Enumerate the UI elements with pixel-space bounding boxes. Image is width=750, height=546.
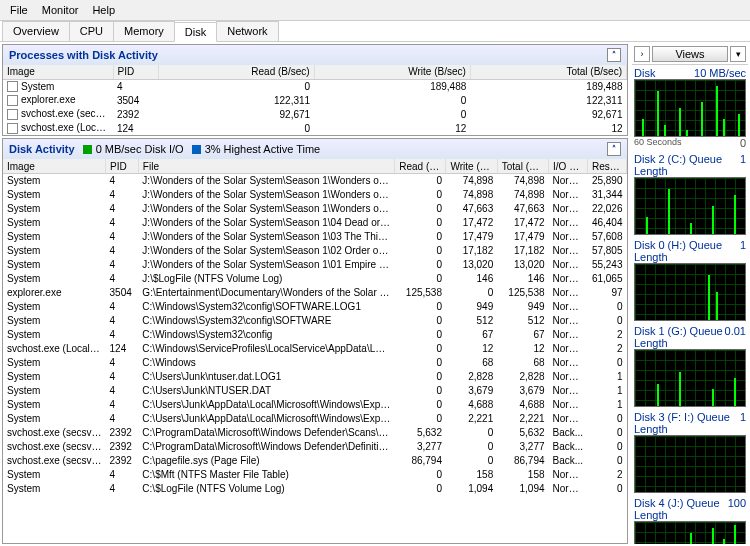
mini-graph: Disk 4 (J:) Queue Length100 <box>634 497 746 544</box>
green-indicator-icon <box>83 145 92 154</box>
mini-value: 0.01 <box>725 325 746 349</box>
table-row[interactable]: System4C:\Users\Junk\AppData\Local\Micro… <box>3 411 627 425</box>
mini-graph: Disk 0 (H:) Queue Length1 <box>634 239 746 321</box>
col-write[interactable]: Write (B/sec) <box>446 159 497 173</box>
table-row[interactable]: System4J:\$LogFile (NTFS Volume Log)0146… <box>3 271 627 285</box>
table-row[interactable]: System40189,488189,488 <box>3 79 627 93</box>
table-row[interactable]: explorer.exe3504G:\Entertainment\Documen… <box>3 285 627 299</box>
tabbar: Overview CPU Memory Disk Network <box>0 21 750 42</box>
col-read[interactable]: Read (B/sec) <box>158 65 314 79</box>
mini-title: Disk 3 (F: I:) Queue Length <box>634 411 740 435</box>
col-total[interactable]: Total (B/sec) <box>497 159 548 173</box>
col-total[interactable]: Total (B/sec) <box>470 65 626 79</box>
col-file[interactable]: File <box>138 159 394 173</box>
disk-activity-panel: Disk Activity 0 MB/sec Disk I/O 3% Highe… <box>2 138 628 544</box>
mini-value: 1 <box>740 153 746 177</box>
table-row[interactable]: System4J:\Wonders of the Solar System\Se… <box>3 257 627 271</box>
mini-title: Disk 4 (J:) Queue Length <box>634 497 728 521</box>
main-area: Processes with Disk Activity ˄ Image PID… <box>0 42 750 546</box>
processes-panel-title: Processes with Disk Activity <box>9 49 158 61</box>
table-row[interactable]: System4J:\Wonders of the Solar System\Se… <box>3 173 627 187</box>
right-sidebar: › Views ▾ Disk10 MB/sec 60 Seconds0Disk … <box>632 44 748 544</box>
mini-chart <box>634 177 746 235</box>
col-pid[interactable]: PID <box>106 159 139 173</box>
processes-panel: Processes with Disk Activity ˄ Image PID… <box>2 44 628 136</box>
checkbox[interactable] <box>7 81 18 92</box>
mini-value: 1 <box>740 239 746 263</box>
col-resp[interactable]: Resp... <box>587 159 626 173</box>
processes-panel-header[interactable]: Processes with Disk Activity ˄ <box>3 45 627 65</box>
mini-foot: 60 Seconds0 <box>634 137 746 149</box>
mini-title: Disk 0 (H:) Queue Length <box>634 239 740 263</box>
views-button[interactable]: Views <box>652 46 728 62</box>
table-row[interactable]: System4C:\Windows\System32\config06767No… <box>3 327 627 341</box>
right-toolbar: › Views ▾ <box>632 44 748 65</box>
checkbox[interactable] <box>7 109 18 120</box>
disk-activity-title: Disk Activity <box>9 143 75 155</box>
left-column: Processes with Disk Activity ˄ Image PID… <box>2 44 628 544</box>
mini-value: 10 MB/sec <box>694 67 746 79</box>
mini-value: 100 <box>728 497 746 521</box>
mini-value: 1 <box>740 411 746 435</box>
blue-indicator-icon <box>192 145 201 154</box>
table-row[interactable]: svchost.exe (LocalServiceNet...12401212 <box>3 121 627 135</box>
table-row[interactable]: System4C:\Windows\System32\config\SOFTWA… <box>3 299 627 313</box>
mini-chart <box>634 263 746 321</box>
table-row[interactable]: System4C:\Users\Junk\AppData\Local\Micro… <box>3 397 627 411</box>
tab-disk[interactable]: Disk <box>174 22 217 42</box>
menu-file[interactable]: File <box>4 2 34 18</box>
mini-title: Disk 1 (G:) Queue Length <box>634 325 725 349</box>
mini-chart <box>634 349 746 407</box>
tab-overview[interactable]: Overview <box>2 21 70 41</box>
table-row[interactable]: System4J:\Wonders of the Solar System\Se… <box>3 201 627 215</box>
mini-chart <box>634 79 746 137</box>
table-row[interactable]: System4C:\$LogFile (NTFS Volume Log)01,0… <box>3 481 627 495</box>
table-row[interactable]: svchost.exe (secsvcs)239292,671092,671 <box>3 107 627 121</box>
mini-chart <box>634 521 746 544</box>
col-pid[interactable]: PID <box>113 65 158 79</box>
table-row[interactable]: svchost.exe (secsvcs)2392C:\pagefile.sys… <box>3 453 627 467</box>
processes-grid[interactable]: Image PID Read (B/sec) Write (B/sec) Tot… <box>3 65 627 135</box>
col-image[interactable]: Image <box>3 65 113 79</box>
collapse-icon[interactable]: ˄ <box>607 142 621 156</box>
table-row[interactable]: System4J:\Wonders of the Solar System\Se… <box>3 229 627 243</box>
menu-monitor[interactable]: Monitor <box>36 2 85 18</box>
tab-cpu[interactable]: CPU <box>69 21 114 41</box>
disk-activity-header[interactable]: Disk Activity 0 MB/sec Disk I/O 3% Highe… <box>3 139 627 159</box>
mini-graph: Disk 2 (C:) Queue Length1 <box>634 153 746 235</box>
table-row[interactable]: System4J:\Wonders of the Solar System\Se… <box>3 215 627 229</box>
table-row[interactable]: System4C:\Users\Junk\NTUSER.DAT03,6793,6… <box>3 383 627 397</box>
active-time-status: 3% Highest Active Time <box>192 143 321 155</box>
collapse-icon[interactable]: ˄ <box>607 48 621 62</box>
mini-chart <box>634 435 746 493</box>
tab-memory[interactable]: Memory <box>113 21 175 41</box>
mini-title: Disk <box>634 67 655 79</box>
col-read[interactable]: Read (B/sec) <box>395 159 446 173</box>
table-row[interactable]: explorer.exe3504122,3110122,311 <box>3 93 627 107</box>
disk-activity-grid[interactable]: Image PID File Read (B/sec) Write (B/sec… <box>3 159 627 543</box>
table-row[interactable]: svchost.exe (LocalServiceNet...124C:\Win… <box>3 341 627 355</box>
mini-title: Disk 2 (C:) Queue Length <box>634 153 740 177</box>
table-row[interactable]: System4C:\Windows06868Normal0 <box>3 355 627 369</box>
table-row[interactable]: System4C:\Users\Junk\ntuser.dat.LOG102,8… <box>3 369 627 383</box>
checkbox[interactable] <box>7 123 18 134</box>
mini-graph: Disk 1 (G:) Queue Length0.01 <box>634 325 746 407</box>
nav-collapse-icon[interactable]: › <box>634 46 650 62</box>
col-iopri[interactable]: I/O Pr... <box>549 159 588 173</box>
views-dropdown-icon[interactable]: ▾ <box>730 46 746 62</box>
table-row[interactable]: System4C:\$Mft (NTFS Master File Table)0… <box>3 467 627 481</box>
checkbox[interactable] <box>7 95 18 106</box>
table-row[interactable]: System4C:\Windows\System32\config\SOFTWA… <box>3 313 627 327</box>
table-row[interactable]: System4J:\Wonders of the Solar System\Se… <box>3 187 627 201</box>
tab-network[interactable]: Network <box>216 21 278 41</box>
table-row[interactable]: svchost.exe (secsvcs)2392C:\ProgramData\… <box>3 425 627 439</box>
io-status: 0 MB/sec Disk I/O <box>83 143 184 155</box>
mini-graph: Disk 3 (F: I:) Queue Length1 <box>634 411 746 493</box>
mini-graphs-container[interactable]: Disk10 MB/sec 60 Seconds0Disk 2 (C:) Que… <box>632 65 748 544</box>
table-row[interactable]: System4J:\Wonders of the Solar System\Se… <box>3 243 627 257</box>
menubar: File Monitor Help <box>0 0 750 21</box>
table-row[interactable]: svchost.exe (secsvcs)2392C:\ProgramData\… <box>3 439 627 453</box>
col-write[interactable]: Write (B/sec) <box>314 65 470 79</box>
menu-help[interactable]: Help <box>86 2 121 18</box>
col-image[interactable]: Image <box>3 159 106 173</box>
